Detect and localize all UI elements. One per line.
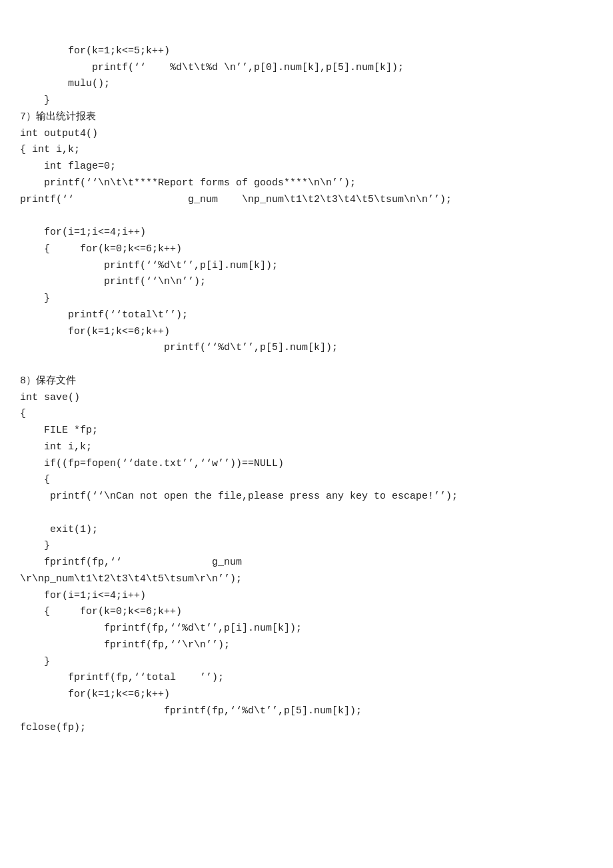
code-container: for(k=1;k<=5;k++) printf(‘‘ %d\t\t%d \n’… [20,27,593,736]
code-content: for(k=1;k<=5;k++) printf(‘‘ %d\t\t%d \n’… [20,27,593,736]
